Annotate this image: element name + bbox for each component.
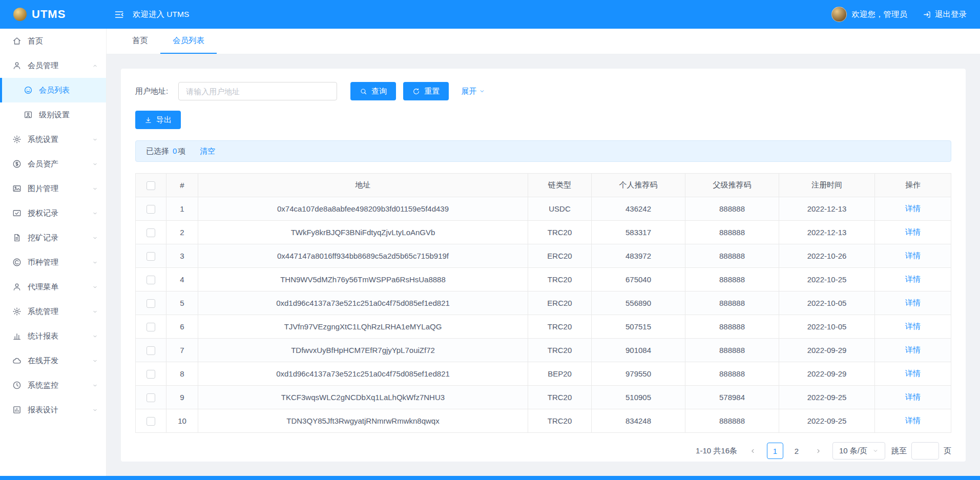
row-checkbox[interactable] xyxy=(147,205,155,214)
row-detail-link[interactable]: 详情 xyxy=(905,392,921,401)
row-checkbox[interactable] xyxy=(147,346,155,355)
row-index: 8 xyxy=(166,362,198,386)
sidebar-item-statistics-reports[interactable]: 统计报表 xyxy=(0,324,106,348)
logout-button[interactable]: 退出登录 xyxy=(923,9,967,20)
header: UTMS 欢迎进入 UTMS 欢迎您，管理员 退出登录 xyxy=(0,0,980,29)
row-detail-link[interactable]: 详情 xyxy=(905,322,921,330)
sidebar-item-mining-records[interactable]: 挖矿记录 xyxy=(0,225,106,250)
sidebar-item-report-design[interactable]: 报表设计 xyxy=(0,398,106,422)
row-checkbox[interactable] xyxy=(147,276,155,284)
selection-bar: 已选择0项 清空 xyxy=(135,140,951,162)
expand-filters-link[interactable]: 展开 xyxy=(461,87,485,96)
row-detail-link[interactable]: 详情 xyxy=(905,204,921,213)
row-address: TDfwvxUyBfHpHCM7EfR7gjyYpL7ouiZf72 xyxy=(198,339,528,362)
row-checkbox[interactable] xyxy=(147,252,155,261)
row-detail-link[interactable]: 详情 xyxy=(905,227,921,236)
chevron-up-icon xyxy=(92,63,98,69)
main-area: 首页 会员列表 用户地址: 查询 重置 展开 xyxy=(107,29,980,476)
user-greeting: 欢迎您，管理员 xyxy=(852,9,908,20)
sidebar-item-label: 在线开发 xyxy=(28,356,58,366)
table-row: 9 TKCF3wqsWLC2gNCDbXq1LaLhQkWfz7NHU3 TRC… xyxy=(136,386,951,409)
sidebar-item-coin-management[interactable]: 币种管理 xyxy=(0,250,106,275)
chevron-right-icon xyxy=(815,448,822,454)
sidebar-item-system-monitoring[interactable]: 系统监控 xyxy=(0,373,106,398)
row-checkbox[interactable] xyxy=(147,370,155,379)
row-detail-link[interactable]: 详情 xyxy=(905,298,921,307)
row-index: 4 xyxy=(166,268,198,291)
sidebar-item-member-management[interactable]: 会员管理 xyxy=(0,53,106,78)
row-address: TWkFy8krBJQF3BNiFdtyqZjvLtyLoAnGVb xyxy=(198,221,528,244)
table-body: 1 0x74ca107de8a8abfee498209b3fd01159e5f4… xyxy=(136,197,951,433)
jump-page-input[interactable] xyxy=(911,442,939,460)
sidebar-item-label: 会员资产 xyxy=(28,159,58,169)
row-detail-link[interactable]: 详情 xyxy=(905,345,921,354)
row-checkbox[interactable] xyxy=(147,228,155,237)
sidebar: 首页 会员管理 会员列表 级别设置 系统设置 会员资产 图片管理 授权记录 挖矿… xyxy=(0,29,107,476)
sidebar-item-online-development[interactable]: 在线开发 xyxy=(0,348,106,373)
select-all-checkbox[interactable] xyxy=(147,181,155,190)
sidebar-item-label: 会员列表 xyxy=(39,86,70,95)
row-register-date: 2022-12-13 xyxy=(779,221,875,244)
pagination-next-button[interactable] xyxy=(811,443,826,458)
sidebar-item-agent-menu[interactable]: 代理菜单 xyxy=(0,275,106,299)
row-checkbox[interactable] xyxy=(147,417,155,426)
column-header: 个人推荐码 xyxy=(592,174,685,197)
row-chain-type: TRC20 xyxy=(528,339,592,362)
chevron-down-icon xyxy=(92,284,98,290)
sidebar-item-system-management[interactable]: 系统管理 xyxy=(0,299,106,324)
address-filter-input[interactable] xyxy=(178,82,337,100)
sidebar-item-level-settings[interactable]: 级别设置 xyxy=(0,102,106,127)
row-detail-link[interactable]: 详情 xyxy=(905,416,921,425)
pagination-total: 1-10 共16条 xyxy=(696,446,737,456)
sidebar-item-member-assets[interactable]: 会员资产 xyxy=(0,152,106,176)
export-button-label: 导出 xyxy=(156,115,172,125)
page-size-value: 10 条/页 xyxy=(839,446,867,456)
row-parent-code: 578984 xyxy=(685,386,779,409)
sidebar-item-system-settings[interactable]: 系统设置 xyxy=(0,127,106,152)
column-header: 地址 xyxy=(198,174,528,197)
row-detail-link[interactable]: 详情 xyxy=(905,369,921,378)
gear-icon xyxy=(12,307,22,316)
tab-home[interactable]: 首页 xyxy=(120,29,160,54)
table-row: 6 TJVfn97VEzgngXtC1LQhRzLRHA1eMYLaQG TRC… xyxy=(136,315,951,339)
tab-member-list[interactable]: 会员列表 xyxy=(160,29,217,54)
app-logo[interactable]: UTMS xyxy=(0,8,107,21)
logout-label: 退出登录 xyxy=(935,9,967,20)
sidebar-item-image-management[interactable]: 图片管理 xyxy=(0,176,106,201)
smile-icon xyxy=(24,86,33,95)
selection-count: 0 xyxy=(173,147,177,155)
page-number-1[interactable]: 1 xyxy=(767,443,783,459)
page-size-select[interactable]: 10 条/页 xyxy=(832,442,885,460)
sidebar-item-label: 首页 xyxy=(28,36,43,46)
row-checkbox[interactable] xyxy=(147,393,155,402)
chart-box-icon xyxy=(12,405,22,414)
pagination-prev-button[interactable] xyxy=(745,443,761,458)
search-button[interactable]: 查询 xyxy=(350,82,396,100)
user-menu[interactable]: 欢迎您，管理员 xyxy=(831,7,908,22)
sidebar-item-home[interactable]: 首页 xyxy=(0,29,106,53)
logo-image xyxy=(13,8,27,21)
export-button[interactable]: 导出 xyxy=(135,111,181,129)
chevron-down-icon xyxy=(872,448,879,454)
page-jump: 跳至 页 xyxy=(891,442,951,460)
reset-button[interactable]: 重置 xyxy=(403,82,449,100)
row-detail-link[interactable]: 详情 xyxy=(905,275,921,283)
toolbar-row: 导出 xyxy=(135,111,951,129)
collapse-sidebar-button[interactable] xyxy=(114,9,124,20)
sidebar-item-member-list[interactable]: 会员列表 xyxy=(0,78,106,102)
row-personal-code: 675040 xyxy=(592,268,685,291)
home-icon xyxy=(12,36,22,46)
chevron-down-icon xyxy=(92,358,98,364)
column-header: 注册时间 xyxy=(779,174,875,197)
sidebar-item-authorization-records[interactable]: 授权记录 xyxy=(0,201,106,225)
selection-text: 已选择0项 xyxy=(146,147,185,156)
page-number-2[interactable]: 2 xyxy=(788,443,805,459)
row-detail-link[interactable]: 详情 xyxy=(905,251,921,260)
row-checkbox[interactable] xyxy=(147,323,155,331)
row-checkbox[interactable] xyxy=(147,299,155,308)
clear-selection-link[interactable]: 清空 xyxy=(200,147,215,156)
tab-label: 会员列表 xyxy=(173,35,204,46)
row-parent-code: 888888 xyxy=(685,315,779,339)
chevron-down-icon xyxy=(92,137,98,142)
select-all-cell xyxy=(136,174,166,197)
